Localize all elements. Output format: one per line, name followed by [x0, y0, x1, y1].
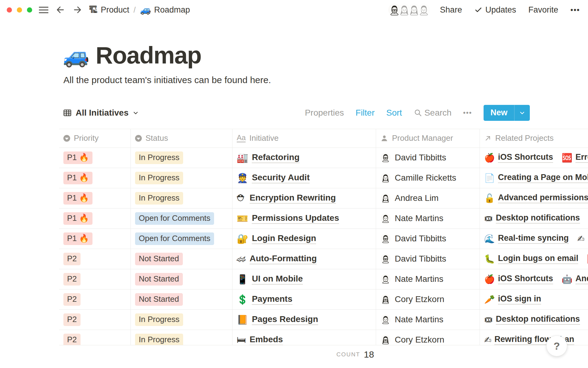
product-manager-cell[interactable]: Nate Martins — [376, 310, 480, 330]
new-dropdown-button[interactable] — [514, 105, 530, 121]
initiative-cell[interactable]: 🎫 Permissions Updates — [232, 209, 376, 228]
product-manager-cell[interactable]: David Tibbitts — [376, 249, 480, 269]
priority-cell[interactable]: P1 🔥 — [59, 209, 131, 228]
related-projects-cell[interactable]: 📄Creating a Page on Mob — [480, 168, 588, 188]
related-projects-cell[interactable]: 🎟Desktop notifications — [480, 209, 588, 228]
related-projects-cell[interactable]: 🍎iOS Shortcuts🤖And — [480, 269, 588, 289]
car-page-icon[interactable]: 🚙 — [63, 45, 89, 66]
status-cell[interactable]: In Progress — [131, 168, 232, 188]
initiative-link[interactable]: Security Audit — [252, 173, 310, 183]
related-project-link[interactable]: 🆘 — [587, 254, 588, 264]
column-header-product-manager[interactable]: Product Manager — [376, 129, 480, 148]
priority-cell[interactable]: P2 — [59, 330, 131, 345]
related-project-link[interactable]: ✍ — [577, 234, 587, 244]
related-projects-cell[interactable]: 🎟Desktop notifications — [480, 310, 588, 330]
initiative-cell[interactable]: 🏭 Refactoring — [232, 148, 376, 168]
priority-cell[interactable]: P1 🔥 — [59, 229, 131, 249]
page-title[interactable]: Roadmap — [96, 42, 201, 69]
column-header-related-projects[interactable]: Related Projects — [480, 129, 588, 148]
back-icon[interactable] — [55, 5, 66, 15]
status-cell[interactable]: In Progress — [131, 330, 232, 345]
priority-cell[interactable]: P1 🔥 — [59, 188, 131, 208]
new-button[interactable]: New — [484, 105, 514, 121]
related-projects-cell[interactable]: 🐛Login bugs on email🆘 — [480, 249, 588, 269]
initiative-link[interactable]: Login Redesign — [252, 233, 316, 244]
initiative-link[interactable]: Permissions Updates — [252, 213, 339, 224]
product-manager-cell[interactable]: Cory Etzkorn — [376, 330, 480, 345]
view-switcher[interactable]: All Initiatives — [63, 108, 139, 118]
product-manager-cell[interactable]: Cory Etzkorn — [376, 289, 480, 309]
related-project-link[interactable]: 🌊Real-time syncing — [484, 233, 569, 244]
breadcrumb-product[interactable]: 🏗 Product — [89, 5, 129, 15]
related-projects-cell[interactable]: ✍Rewriting flowLan — [480, 330, 588, 345]
product-manager-cell[interactable]: David Tibbitts — [376, 148, 480, 168]
related-project-link[interactable]: 🎟Desktop notifications — [484, 213, 580, 224]
collaborator-avatars[interactable] — [387, 3, 431, 17]
more-options-icon[interactable]: ••• — [571, 6, 580, 14]
product-manager-cell[interactable]: David Tibbitts — [376, 229, 480, 249]
related-project-link[interactable]: 🤖And — [562, 274, 588, 284]
related-projects-cell[interactable]: 🔓Advanced permissions — [480, 188, 588, 208]
related-project-link[interactable]: 🐛Login bugs on email — [484, 254, 578, 264]
initiative-cell[interactable]: 🏎 Auto-Formatting — [232, 249, 376, 269]
updates-button[interactable]: Updates — [474, 5, 516, 15]
initiative-link[interactable]: Auto-Formatting — [250, 254, 317, 264]
minimize-window-button[interactable] — [17, 7, 22, 13]
share-button[interactable]: Share — [440, 5, 462, 15]
related-project-link[interactable]: 🔓Advanced permissions — [484, 193, 588, 203]
initiative-cell[interactable]: 💲 Payments — [232, 289, 376, 309]
sidebar-menu-icon[interactable] — [39, 7, 48, 13]
status-cell[interactable]: Not Started — [131, 249, 232, 269]
initiative-link[interactable]: Embeds — [250, 335, 283, 345]
page-description[interactable]: All the product team's initiatives can b… — [63, 75, 588, 85]
view-more-icon[interactable]: ••• — [463, 109, 472, 117]
priority-cell[interactable]: P2 — [59, 289, 131, 309]
product-manager-cell[interactable]: Nate Martins — [376, 269, 480, 289]
initiative-cell[interactable]: 👮 Security Audit — [232, 168, 376, 188]
related-projects-cell[interactable]: 🥕iOS sign in — [480, 289, 588, 309]
favorite-button[interactable]: Favorite — [528, 5, 558, 15]
product-manager-cell[interactable]: Andrea Lim — [376, 188, 480, 208]
forward-icon[interactable] — [72, 5, 83, 15]
related-project-link[interactable]: 🆘Erro — [562, 152, 588, 163]
initiative-link[interactable]: Refactoring — [252, 152, 300, 163]
properties-button[interactable]: Properties — [305, 108, 344, 118]
related-projects-cell[interactable]: 🌊Real-time syncing✍ — [480, 229, 588, 249]
product-manager-cell[interactable]: Camille Ricketts — [376, 168, 480, 188]
initiative-link[interactable]: Payments — [252, 294, 292, 305]
initiative-cell[interactable]: 📙 Pages Redesign — [232, 310, 376, 330]
sort-button[interactable]: Sort — [386, 108, 402, 118]
initiative-cell[interactable]: 📱 UI on Mobile — [232, 269, 376, 289]
status-cell[interactable]: Open for Comments — [131, 209, 232, 228]
column-header-initiative[interactable]: Aa Initiative — [232, 129, 376, 148]
status-cell[interactable]: Not Started — [131, 269, 232, 289]
status-cell[interactable]: In Progress — [131, 310, 232, 330]
status-cell[interactable]: In Progress — [131, 188, 232, 208]
help-button[interactable]: ? — [546, 335, 567, 356]
priority-cell[interactable]: P1 🔥 — [59, 168, 131, 188]
priority-cell[interactable]: P2 — [59, 310, 131, 330]
breadcrumb-roadmap[interactable]: 🚙 Roadmap — [140, 5, 190, 15]
initiative-cell[interactable]: ⛑ Encryption Rewriting — [232, 188, 376, 208]
initiative-cell[interactable]: 🛏 Embeds — [232, 330, 376, 345]
related-project-link[interactable]: 🍎iOS Shortcuts — [484, 152, 553, 163]
related-project-link[interactable]: ✍Rewriting flow — [484, 335, 551, 345]
maximize-window-button[interactable] — [27, 7, 32, 13]
related-project-link[interactable]: 🍎iOS Shortcuts — [484, 274, 553, 284]
initiative-link[interactable]: UI on Mobile — [252, 274, 303, 285]
related-project-link[interactable]: 📄Creating a Page on Mob — [484, 173, 588, 183]
column-header-status[interactable]: Status — [131, 129, 232, 148]
initiative-link[interactable]: Pages Redesign — [252, 314, 318, 325]
product-manager-cell[interactable]: Nate Martins — [376, 209, 480, 228]
search-button[interactable]: Search — [414, 108, 452, 118]
priority-cell[interactable]: P2 — [59, 249, 131, 269]
status-cell[interactable]: In Progress — [131, 148, 232, 168]
man-glasses-avatar[interactable] — [387, 3, 401, 17]
priority-cell[interactable]: P1 🔥 — [59, 148, 131, 168]
related-project-link[interactable]: 🥕iOS sign in — [484, 294, 541, 305]
filter-button[interactable]: Filter — [356, 108, 375, 118]
status-cell[interactable]: Not Started — [131, 289, 232, 309]
priority-cell[interactable]: P2 — [59, 269, 131, 289]
initiative-cell[interactable]: 🔐 Login Redesign — [232, 229, 376, 249]
status-cell[interactable]: Open for Comments — [131, 229, 232, 249]
